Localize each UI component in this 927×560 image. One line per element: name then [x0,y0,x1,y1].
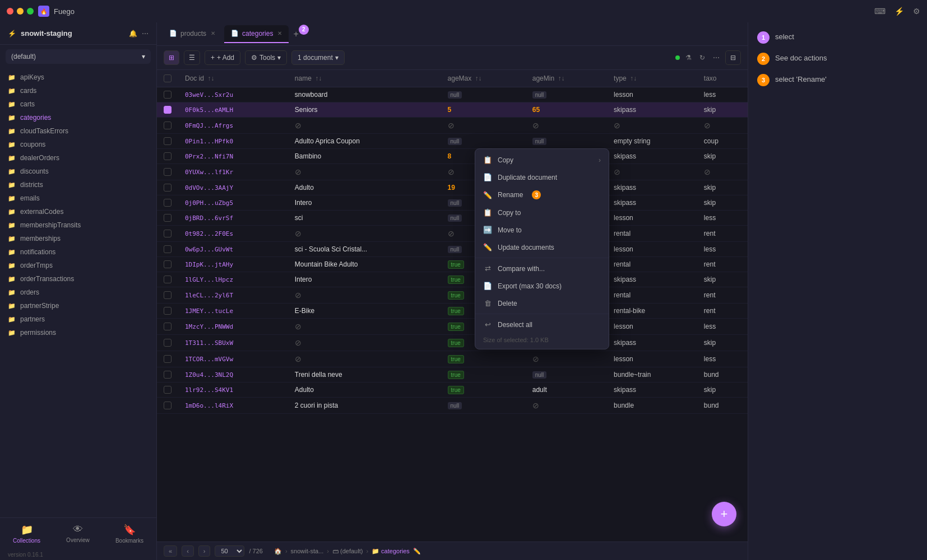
menu-icon[interactable]: ⋯ [142,30,149,38]
bottom-nav-collections[interactable]: 📁 Collections [13,524,40,544]
row-checkbox-2[interactable] [157,118,178,134]
row-checkbox[interactable] [164,386,172,394]
close-button[interactable] [7,8,13,15]
more-icon[interactable]: ⋯ [711,52,722,64]
row-checkbox[interactable] [164,230,172,237]
keyboard-icon[interactable]: ⌨ [874,7,886,16]
row-checkbox[interactable] [164,355,172,363]
row-checkbox-4[interactable] [157,149,178,164]
row-checkbox[interactable] [164,245,172,253]
notification-icon[interactable]: 🔔 [129,30,137,38]
row-docid-3[interactable]: 0Pin1...HPfk0 [178,134,288,149]
row-checkbox[interactable] [164,339,172,347]
row-checkbox-6[interactable] [157,180,178,195]
menu-item-copy[interactable]: 📋 Copy › [475,151,609,169]
tab-categories[interactable]: 📄 categories ✕ [224,25,289,43]
settings-icon[interactable]: ⚙ [913,7,920,16]
row-docid-7[interactable]: 0j0PH...uZbg5 [178,195,288,211]
row-checkbox[interactable] [164,199,172,207]
row-checkbox-18[interactable] [157,367,178,382]
menu-item-moveto[interactable]: ➡️ Move to [475,221,609,239]
row-checkbox-5[interactable] [157,164,178,180]
row-docid-9[interactable]: 0t982...2F0Es [178,226,288,242]
row-docid-14[interactable]: 1JMEY...tucLe [178,304,288,319]
sidebar-item-districts[interactable]: 📁districts [0,178,156,192]
col-agemax[interactable]: ageMax ↑↓ [441,70,526,87]
row-docid-19[interactable]: 1lr92...S4KV1 [178,382,288,398]
maximize-button[interactable] [27,8,34,15]
row-checkbox[interactable] [164,122,172,129]
col-doc-id[interactable]: Doc id ↑↓ [178,70,288,87]
menu-item-export[interactable]: 📄 Export (max 30 docs) [475,277,609,295]
row-checkbox[interactable] [164,402,172,409]
page-size-select[interactable]: 50 25 100 [215,545,244,557]
database-selector[interactable]: (default) ▾ [6,49,151,64]
row-checkbox[interactable] [164,106,172,114]
prev-page-button[interactable]: ‹ [182,545,194,557]
row-checkbox-19[interactable] [157,382,178,398]
select-all-header[interactable] [157,70,178,87]
row-docid-8[interactable]: 0jBRD...6vrSf [178,211,288,226]
step-3-label[interactable]: select 'Rename' [775,74,827,83]
menu-item-deselect[interactable]: ↩ Deselect all [475,316,609,333]
menu-item-duplicate[interactable]: 📄 Duplicate document [475,169,609,186]
sidebar-item-partnerstripe[interactable]: 📁partnerStripe [0,299,156,312]
row-docid-1[interactable]: 0F0k5...eAMLH [178,102,288,118]
tab-products[interactable]: 📄 products ✕ [163,25,222,43]
row-checkbox-15[interactable] [157,319,178,335]
row-checkbox-16[interactable] [157,335,178,351]
row-docid-12[interactable]: 1lGLY...lHpcz [178,272,288,287]
sidebar-item-partners[interactable]: 📁partners [0,312,156,326]
sidebar-item-ordertmps[interactable]: 📁orderTmps [0,259,156,272]
row-checkbox[interactable] [164,168,172,176]
row-checkbox[interactable] [164,323,172,330]
bottom-nav-bookmarks[interactable]: 🔖 Bookmarks [115,524,143,544]
row-docid-5[interactable]: 0YUXw...lf1Kr [178,164,288,180]
row-checkbox[interactable] [164,137,172,145]
sidebar-item-emails[interactable]: 📁emails [0,192,156,205]
col-taxo[interactable]: taxo [697,70,748,87]
sidebar-item-apikeys[interactable]: 📁apiKeys [0,71,156,84]
menu-item-update[interactable]: ✏️ Update documents [475,239,609,256]
sidebar-item-ordertransactions[interactable]: 📁orderTransactions [0,272,156,286]
minimize-button[interactable] [17,8,24,15]
step-1-label[interactable]: select [775,31,794,41]
step-2-label[interactable]: See doc actions [775,53,827,62]
row-docid-0[interactable]: 03weV...Sxr2u [178,87,288,102]
menu-item-delete[interactable]: 🗑 Delete [475,295,609,312]
row-checkbox-0[interactable] [157,87,178,102]
menu-item-rename[interactable]: ✏️ Rename 3 [475,186,609,204]
row-checkbox[interactable] [164,276,172,283]
lightning-icon[interactable]: ⚡ [894,7,904,16]
row-checkbox[interactable] [164,307,172,315]
sidebar-item-notifications[interactable]: 📁notifications [0,245,156,259]
row-checkbox[interactable] [164,152,172,160]
sidebar-item-discounts[interactable]: 📁discounts [0,165,156,178]
row-checkbox[interactable] [164,291,172,299]
row-docid-2[interactable]: 0FmQJ...Afrgs [178,118,288,134]
menu-item-copyto[interactable]: 📋 Copy to [475,204,609,221]
row-docid-16[interactable]: 1T311...SBUxW [178,335,288,351]
col-agemin[interactable]: ageMin ↑↓ [526,70,607,87]
col-name[interactable]: name ↑↓ [288,70,441,87]
row-docid-17[interactable]: 1TCOR...mVGVw [178,351,288,367]
sidebar-item-membershiptransits[interactable]: 📁membershipTransits [0,218,156,232]
tab-categories-close[interactable]: ✕ [277,30,282,36]
row-checkbox-13[interactable] [157,287,178,304]
row-docid-15[interactable]: 1MzcY...PNWWd [178,319,288,335]
row-checkbox-14[interactable] [157,304,178,319]
sidebar-item-permissions[interactable]: 📁permissions [0,326,156,339]
row-checkbox-3[interactable] [157,134,178,149]
row-docid-10[interactable]: 0w6pJ...GUvWt [178,242,288,257]
sidebar-item-externalcodes[interactable]: 📁externalCodes [0,205,156,218]
tools-button[interactable]: ⚙ Tools ▾ [245,50,287,65]
sidebar-item-dealerorders[interactable]: 📁dealerOrders [0,151,156,165]
filter-icon[interactable]: ⚗ [683,52,694,64]
grid-view-button[interactable]: ⊞ [164,50,179,65]
row-checkbox-9[interactable] [157,226,178,242]
row-docid-11[interactable]: 1DIpK...jtAHy [178,257,288,272]
row-docid-20[interactable]: 1mD6o...l4RiX [178,398,288,414]
bottom-nav-overview[interactable]: 👁 Overview [66,524,90,544]
doc-count-button[interactable]: 1 document ▾ [291,50,345,65]
sidebar-item-cloudtaskerrors[interactable]: 📁cloudTaskErrors [0,124,156,138]
